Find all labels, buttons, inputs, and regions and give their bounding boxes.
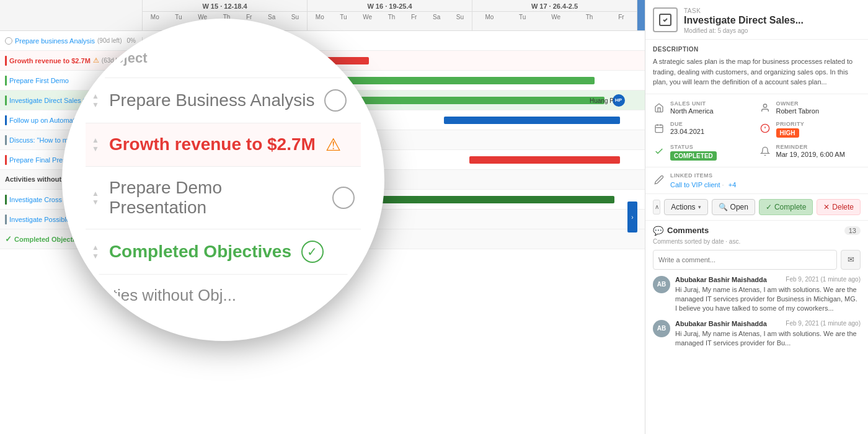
delete-button[interactable]: ✕ Delete (817, 199, 861, 215)
priority-icon (759, 122, 771, 135)
mag-circle-0 (324, 89, 347, 112)
dg-bar-indicator-8 (5, 195, 7, 205)
complete-icon: ✓ (766, 203, 772, 211)
check-icon-10: ✓ (5, 234, 12, 244)
comment-text-1: Hi Juraj, My name is Atenas, I am with s… (675, 329, 861, 348)
svg-point-1 (763, 104, 766, 107)
gantt-link-2[interactable]: Prepare First Demo (9, 77, 69, 84)
task-title: Investigate Direct Sales... (684, 14, 861, 26)
task-check-icon (658, 12, 673, 27)
actions-button[interactable]: Actions ▾ (664, 199, 707, 215)
comment-avatar-1: AB (653, 320, 670, 337)
priority-label: PRIORITY (776, 121, 805, 127)
task-icon-box (653, 7, 678, 32)
day-sa: Sa (266, 13, 277, 21)
comment-meta-0: Abubakar Bashir Maishadda Feb 9, 2021 (1… (675, 276, 861, 283)
mag-check-circle: ✓ (301, 241, 324, 263)
mag-title-2: Prepare Demo Presentation (109, 178, 322, 218)
send-comment-button[interactable]: ✉ (841, 250, 861, 270)
comment-body-1: Abubakar Bashir Maishadda Feb 9, 2021 (1… (675, 320, 861, 348)
comment-input-row: ✉ (653, 250, 861, 270)
circle-icon-0 (5, 37, 12, 45)
mag-row-2: ▲ ▼ Prepare Demo Presentation (86, 167, 361, 229)
day-fr3: Fr (616, 13, 626, 21)
week-group-16: W 16 · 19-25.4 Mo Tu We Th Fr Sa Su (308, 0, 472, 30)
linked-item-link[interactable]: Call to VIP client (670, 181, 720, 188)
mag-arrows-1: ▲ ▼ (92, 136, 99, 153)
avatar-label-3: Huang P. (590, 97, 614, 104)
sales-unit-icon (653, 102, 665, 114)
open-button[interactable]: 🔍 Open (712, 199, 755, 215)
arrow-up-3: ▲ (92, 243, 99, 252)
bar-indicator-9 (5, 215, 7, 224)
reminder-content: REMINDER Mar 19, 2019, 6:00 AM (776, 144, 845, 158)
comment-item-1: AB Abubakar Bashir Maishadda Feb 9, 2021… (653, 320, 861, 348)
week-16-label: W 16 · 19-25.4 (308, 0, 472, 12)
arrow-down-0: ▼ (92, 100, 99, 109)
day-su2: Su (454, 13, 466, 21)
right-panel: Task Investigate Direct Sales... Modifie… (645, 0, 868, 434)
blue-bar-indicator-4 (5, 115, 7, 125)
owner-content: OWNER Robert Tabron (776, 100, 820, 115)
day-sa2: Sa (431, 13, 442, 21)
comment-author-0: Abubakar Bashir Maishadda (675, 276, 767, 283)
day-tu2: Tu (338, 13, 348, 21)
bar-indicator-5 (5, 135, 7, 145)
linked-items-section: LINKED ITEMS Call to VIP client · +4 (645, 167, 868, 194)
day-th2: Th (386, 13, 397, 21)
description-label: DESCRIPTION (653, 46, 861, 53)
complete-button[interactable]: ✓ Complete (759, 199, 813, 215)
mag-row-3: ▲ ▼ Completed Objectives ✓ (86, 229, 361, 275)
send-icon: ✉ (848, 255, 854, 264)
day-we3: We (549, 13, 562, 21)
arrow-up-1: ▲ (92, 136, 99, 144)
due-icon (653, 122, 665, 135)
gantt-link-0[interactable]: Prepare business Analysis (15, 37, 95, 45)
svg-rect-2 (655, 125, 663, 132)
arrow-down-3: ▼ (92, 252, 99, 260)
day-th3: Th (584, 13, 595, 21)
sales-unit-value: North America (670, 107, 714, 115)
actions-label: Actions (671, 203, 695, 211)
arrow-up-0: ▲ (92, 92, 99, 100)
mag-row-0: ▲ ▼ Prepare Business Analysis (86, 78, 361, 123)
pct-0: 0% (126, 37, 135, 44)
status-label: STATUS (670, 144, 717, 150)
linked-items-label: LINKED ITEMS (670, 172, 736, 179)
mag-warn-icon: ⚠ (326, 135, 341, 155)
comment-author-1: Abubakar Bashir Maishadda (675, 320, 767, 327)
mag-title-green: Completed Objectives (109, 242, 291, 262)
task-modified: Modified at: 5 days ago (684, 27, 861, 34)
linked-items-values: Call to VIP client · +4 (670, 181, 736, 188)
scroll-indicator[interactable] (637, 0, 645, 30)
week-16-days: Mo Tu We Th Fr Sa Su (308, 12, 472, 22)
day-mo3: Mo (483, 13, 495, 21)
week-15-label: W 15 · 12-18.4 (143, 0, 307, 12)
day-su: Su (290, 13, 301, 21)
collapse-button[interactable]: ∧ (653, 200, 660, 215)
delete-icon: ✕ (823, 203, 830, 211)
priority-content: PRIORITY HIGH (776, 121, 805, 138)
reminder-icon (759, 145, 771, 157)
gantt-link-1[interactable]: Growth revenue to $2.7M (9, 57, 91, 64)
open-label: Open (730, 203, 748, 211)
day-mo: Mo (149, 13, 161, 21)
due-value: 23.04.2021 (670, 128, 704, 135)
mag-title-0: Prepare Business Analysis (109, 91, 315, 110)
gantt-collapse-btn[interactable]: › (627, 202, 637, 232)
comment-item-0: AB Abubakar Bashir Maishadda Feb 9, 2021… (653, 276, 861, 314)
comments-section: 💬 Comments 13 Comments sorted by date · … (645, 221, 868, 434)
linked-more-link[interactable]: +4 (728, 181, 737, 188)
open-icon: 🔍 (719, 203, 728, 211)
status-icon (653, 145, 665, 157)
description-text: A strategic sales plan is the map for bu… (653, 56, 861, 87)
delete-label: Delete (832, 203, 854, 211)
day-mo2: Mo (314, 13, 326, 21)
comment-input[interactable] (653, 250, 837, 270)
mag-arrows-2: ▲ ▼ (92, 189, 99, 206)
actions-dropdown-arrow: ▾ (698, 204, 701, 210)
red-bar-indicator-6 (5, 155, 7, 165)
info-grid: SALES UNIT North America OWNER Robert Ta… (645, 94, 868, 167)
reminder-value: Mar 19, 2019, 6:00 AM (776, 151, 845, 158)
gantt-label-0: Prepare business Analysis (90d left) 0% (0, 37, 143, 45)
